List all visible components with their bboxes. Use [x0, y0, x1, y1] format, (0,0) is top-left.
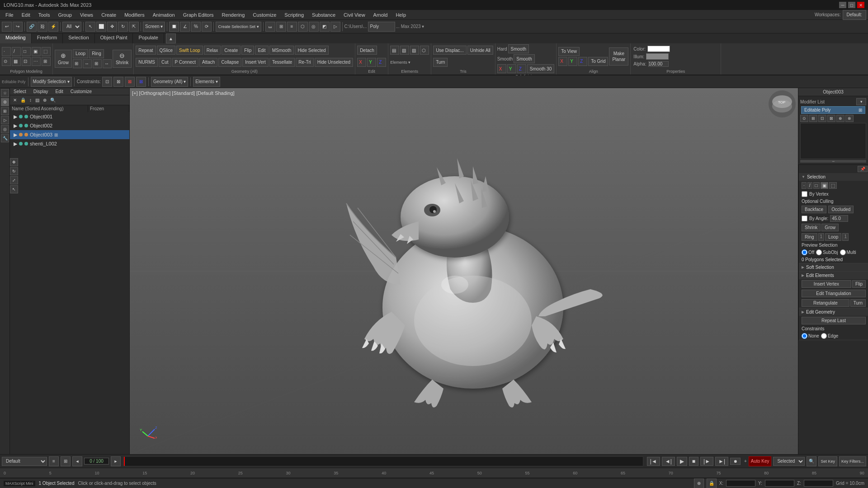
alpha-input[interactable] [648, 61, 669, 67]
display-tab-btn[interactable]: ◎ [1, 125, 9, 133]
polygon-sub-btn5[interactable]: ⊞ [42, 57, 51, 66]
prev-frame-btn[interactable]: ◄ [72, 456, 82, 466]
mod-icon2[interactable]: ⊞ [809, 115, 817, 122]
mod-icon4[interactable]: ⊠ [827, 115, 835, 122]
sel-element-mode[interactable]: ⬚ [829, 182, 837, 189]
scale-tool-btn[interactable]: ⤢ [10, 176, 18, 184]
none-radio[interactable]: None [802, 333, 819, 339]
menu-modifiers[interactable]: Modifiers [121, 11, 148, 19]
xyz-y2[interactable]: Y [507, 64, 516, 73]
menu-substance[interactable]: Substance [308, 11, 339, 19]
loop-arrows-btn[interactable]: ↔ [83, 59, 92, 68]
se-name-header[interactable]: Name (Sorted Ascending) [10, 105, 88, 112]
ring-icon-btn[interactable]: ⊞ [93, 59, 102, 68]
collapse-button[interactable]: Collapse [218, 58, 241, 67]
se-lock[interactable]: 🔒 [19, 97, 27, 103]
pin-button[interactable]: 📌 [858, 166, 868, 172]
tessellate-button[interactable]: Tessellate [269, 58, 295, 67]
select-tool-btn[interactable]: ↖ [10, 185, 18, 193]
color-swatch[interactable] [647, 46, 670, 52]
menu-views[interactable]: Views [76, 11, 97, 19]
tab-populate[interactable]: Populate [133, 33, 164, 43]
reference-coord-dropdown[interactable]: Screen ▾ [143, 22, 165, 32]
geometry-all-dropdown[interactable]: Geometry (All) ▾ [151, 77, 188, 87]
select-button[interactable]: ↖ [85, 22, 95, 32]
flip-button[interactable]: Flip [241, 46, 254, 55]
customize-tab[interactable]: Customize [67, 88, 95, 95]
move-button[interactable]: ✥ [107, 22, 117, 32]
qslice-button[interactable]: QSlice [157, 46, 175, 55]
constraint-btn3[interactable]: ⊠ [125, 77, 135, 87]
ring-button[interactable]: Ring [802, 233, 817, 241]
rotate-button[interactable]: ↻ [118, 22, 128, 32]
loop-button[interactable]: Loop [73, 49, 88, 58]
workspace-dropdown[interactable]: Default: [843, 10, 866, 20]
align-x[interactable]: X [558, 57, 567, 66]
se-filter[interactable]: 🔍 [49, 97, 57, 103]
xyz-x2[interactable]: X [497, 64, 506, 73]
smooth-button2[interactable]: Smooth [514, 54, 534, 63]
prev-key-button[interactable]: ◄| [662, 457, 675, 466]
spinner-snap-button[interactable]: ⟳ [202, 22, 212, 32]
menu-group[interactable]: Group [54, 11, 75, 19]
polygon-sub-btn3[interactable]: ⊡ [22, 57, 31, 66]
autokey-button[interactable]: Auto Key [749, 456, 772, 466]
select-tab[interactable]: Select [10, 88, 30, 95]
multi-radio[interactable]: Multi [840, 249, 856, 255]
timeline-slider[interactable] [123, 456, 643, 466]
stop-button[interactable]: ■ [689, 457, 698, 466]
soft-selection-header[interactable]: ▶ Soft Selection [799, 263, 868, 271]
by-angle-checkbox[interactable] [802, 216, 807, 221]
render-button[interactable]: ▷ [330, 22, 340, 32]
swift-loop-button[interactable]: Swift Loop [176, 46, 203, 55]
move-tool-btn[interactable]: ✥ [10, 158, 18, 166]
polygon-mode-border[interactable]: □ [22, 47, 31, 56]
go-start-button[interactable]: |◄ [647, 457, 660, 466]
selection-filter-dropdown[interactable]: All [62, 22, 81, 32]
re-tri-button[interactable]: Re-Tri [296, 58, 313, 67]
edge-radio[interactable]: Edge [821, 333, 838, 339]
polygon-mode-element[interactable]: ⬚ [42, 47, 51, 56]
render-scene-button[interactable]: ◩ [320, 22, 330, 32]
menu-help[interactable]: Help [392, 11, 410, 19]
retangulate-button[interactable]: Retangulate [802, 299, 849, 307]
shrink-button[interactable]: Shrink [802, 224, 821, 231]
layer-editor-button[interactable]: ≡ [287, 22, 297, 32]
menu-file[interactable]: File [2, 11, 17, 19]
mod-icon5[interactable]: ⊕ [836, 115, 844, 122]
by-vertex-checkbox[interactable] [802, 191, 807, 197]
undo-button[interactable]: ↩ [2, 22, 12, 32]
list-item[interactable]: ▶ Object003 ⊞ [10, 130, 129, 139]
use-displac-button[interactable]: Use Displac... [433, 46, 467, 55]
transform-type-btn[interactable]: ⊕ [694, 479, 704, 488]
polygon-sub-btn2[interactable]: ▦ [12, 57, 21, 66]
xyz-z[interactable]: Z [377, 58, 386, 67]
search-anim-btn[interactable]: 🔍 [807, 456, 816, 466]
edit2-button[interactable]: Edit [255, 46, 268, 55]
unlink-button[interactable]: ⛓ [38, 22, 47, 32]
off-radio[interactable]: Off [802, 249, 814, 255]
frame-counter[interactable] [84, 458, 109, 465]
elem-icon2[interactable]: ▧ [400, 46, 409, 55]
flip-elem-button[interactable]: Flip [852, 280, 866, 288]
link-button[interactable]: 🔗 [27, 22, 37, 32]
align-z[interactable]: Z [578, 57, 587, 66]
menu-graph-editors[interactable]: Graph Editors [179, 11, 217, 19]
percent-snap-button[interactable]: % [191, 22, 201, 32]
mod-icon6[interactable]: ⊗ [845, 115, 854, 122]
next-key-button[interactable]: |► [700, 457, 713, 466]
lock-btn[interactable]: 🔒 [707, 479, 717, 488]
repeat-button[interactable]: Repeat [136, 46, 156, 55]
scale-button[interactable]: ⇱ [129, 22, 139, 32]
menu-edit[interactable]: Edit [18, 11, 34, 19]
angle-snap-button[interactable]: ∠ [180, 22, 190, 32]
ring-button[interactable]: Ring [89, 49, 104, 58]
create-tab-btn[interactable]: ☆ [1, 89, 9, 97]
selected-filter-dropdown[interactable]: Selected [773, 457, 805, 466]
ring-arrows-btn[interactable]: ↔ [103, 59, 112, 68]
layer-btn2[interactable]: ⊞ [61, 456, 71, 466]
edit-triangulation-button[interactable]: Edit Triangulation [802, 290, 866, 297]
se-btn1[interactable]: ↕ [28, 97, 33, 103]
elem-icon1[interactable]: ▤ [390, 46, 399, 55]
insert-vert-button[interactable]: Insert Vert [242, 58, 269, 67]
